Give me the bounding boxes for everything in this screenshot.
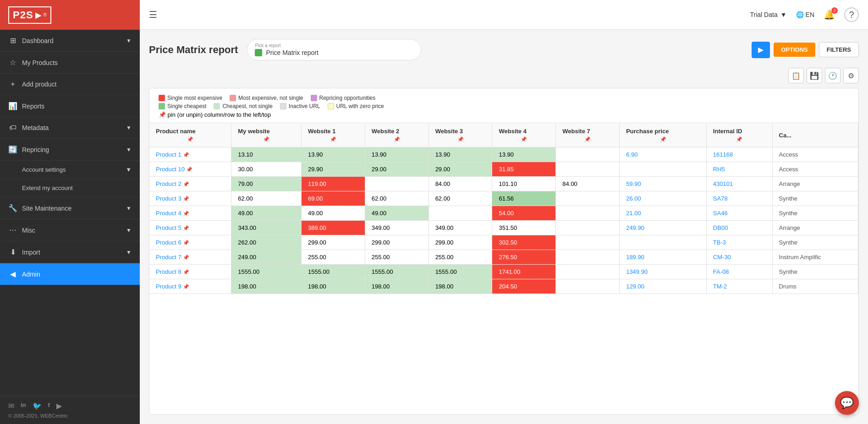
table-cell: 1555.00 (301, 265, 365, 279)
sidebar-item-account-settings[interactable]: Account settings ▼ (0, 161, 140, 179)
table-cell: 255.00 (429, 250, 492, 265)
sidebar-item-my-products[interactable]: ☆ My Products (0, 52, 140, 74)
reports-icon: 📊 (8, 102, 17, 110)
table-cell: 61.56 (492, 191, 556, 206)
sidebar-item-extend-account[interactable]: Extend my account (0, 179, 140, 197)
language-selector[interactable]: 🌐 EN (796, 11, 814, 18)
linkedin-icon[interactable]: in (21, 402, 26, 410)
table-cell: 430101 (706, 177, 772, 191)
table-cell: TM-2 (706, 279, 772, 294)
table-cell (620, 235, 707, 250)
pin-icon[interactable]: 📌 (181, 255, 189, 260)
product-name-cell: Product 2 📌 (149, 177, 231, 191)
play-button[interactable]: ▶ (752, 42, 770, 58)
table-row: Product 8 📌1555.001555.001555.001555.001… (149, 265, 858, 279)
pin-icon[interactable]: 📌 (562, 136, 613, 142)
color-swatch (214, 103, 220, 109)
pin-icon[interactable]: 📌 (626, 136, 700, 142)
table-cell (556, 250, 620, 265)
sidebar-item-reports[interactable]: 📊 Reports (0, 95, 140, 117)
pin-icon[interactable]: 📌 (185, 167, 192, 172)
chevron-down-icon: ▼ (126, 249, 132, 255)
pin-icon[interactable]: 📌 (156, 136, 225, 142)
chevron-down-icon: ▼ (126, 125, 132, 131)
pin-icon[interactable]: 📌 (181, 225, 189, 231)
my-products-icon: ☆ (8, 58, 17, 67)
pin-icon[interactable]: 📌 (181, 211, 189, 216)
chat-button[interactable]: 💬 (835, 391, 859, 415)
table-cell: SA46 (706, 206, 772, 221)
table-cell (429, 206, 492, 221)
pin-icon[interactable]: 📌 (499, 136, 549, 142)
notification-badge: 2 (831, 7, 838, 14)
sidebar-item-repricing[interactable]: 🔄 Repricing ▼ (0, 139, 140, 161)
table-cell: 161168 (706, 147, 772, 162)
table-cell: 249.90 (620, 221, 707, 235)
pin-icon[interactable]: 📌 (181, 181, 189, 187)
pin-icon[interactable]: 📌 (181, 196, 189, 201)
table-cell: 198.00 (231, 279, 302, 294)
settings-button[interactable]: ⚙ (843, 68, 859, 83)
pin-icon[interactable]: 📌 (308, 136, 358, 142)
sidebar-item-label: Account settings (22, 166, 66, 173)
twitter-icon[interactable]: 🐦 (33, 402, 42, 410)
youtube-icon[interactable]: ▶ (56, 402, 62, 410)
copyright-text: © 2005-2021, WEBCentric (8, 413, 132, 419)
trial-data-label: Trial Data (750, 11, 778, 18)
chevron-down-icon: ▼ (126, 227, 132, 234)
sidebar-item-misc[interactable]: ⋯ Misc ▼ (0, 219, 140, 241)
table-cell: Arrange (772, 221, 858, 235)
pin-icon[interactable]: 📌 (181, 269, 189, 275)
table-cell: 79.00 (231, 177, 302, 191)
facebook-icon[interactable]: f (48, 402, 50, 410)
table-cell: 1555.00 (365, 265, 429, 279)
table-cell: 255.00 (365, 250, 429, 265)
table-cell: 69.00 (301, 191, 365, 206)
pin-icon[interactable]: 📌 (435, 136, 486, 142)
options-button[interactable]: OPTIONS (774, 43, 815, 57)
table-cell: DB00 (706, 221, 772, 235)
table-row: Product 7 📌249.00255.00255.00255.00276.5… (149, 250, 858, 265)
table-cell: 59.90 (620, 177, 707, 191)
email-icon[interactable]: ✉ (8, 402, 14, 410)
picker-value: Price Matrix report (255, 49, 413, 56)
pin-icon[interactable]: 📌 (181, 152, 189, 158)
pin-icon[interactable]: 📌 (372, 136, 422, 142)
report-panel: Single most expensive Most expensive, no… (149, 88, 859, 415)
notification-button[interactable]: 🔔 2 (824, 9, 835, 20)
table-cell: 299.00 (365, 235, 429, 250)
filters-button[interactable]: FILTERS (819, 42, 859, 57)
sidebar-item-import[interactable]: ⬇ Import ▼ (0, 241, 140, 263)
table-cell: 6.90 (620, 147, 707, 162)
trial-data-selector[interactable]: Trial Data ▼ (750, 11, 787, 18)
data-table-container[interactable]: Product name 📌 My website 📌 Website 1 📌 (149, 123, 858, 414)
help-button[interactable]: ? (844, 7, 859, 22)
sidebar-item-dashboard[interactable]: ⊞ Dashboard ▼ (0, 30, 140, 52)
sidebar-item-metadata[interactable]: 🏷 Metadata ▼ (0, 117, 140, 139)
export-excel-button[interactable]: 📋 (788, 68, 804, 83)
pin-icon[interactable]: 📌 (713, 136, 766, 142)
table-cell: Access (772, 147, 858, 162)
legend-single-cheapest: Single cheapest (159, 103, 206, 109)
pin-icon[interactable]: 📌 (181, 240, 189, 245)
table-cell: Arrange (772, 177, 858, 191)
pin-icon[interactable]: 📌 (238, 136, 295, 142)
pin-icon[interactable]: 📌 (181, 284, 189, 289)
sidebar-item-admin[interactable]: ◀ Admin (0, 263, 140, 285)
table-cell: 299.00 (301, 235, 365, 250)
legend: Single most expensive Most expensive, no… (149, 88, 858, 123)
schedule-button[interactable]: 🕐 (825, 68, 841, 83)
table-cell (556, 162, 620, 177)
table-cell: 84.00 (429, 177, 492, 191)
color-swatch (311, 95, 317, 101)
sidebar-item-label: Site Maintenance (22, 205, 71, 212)
table-cell: 302.50 (492, 235, 556, 250)
report-picker[interactable]: Pick a report Price Matrix report (247, 39, 421, 60)
sidebar-item-add-product[interactable]: + Add product (0, 74, 140, 95)
sidebar-item-site-maintenance[interactable]: 🔧 Site Maintenance ▼ (0, 197, 140, 219)
table-cell: 351.50 (492, 221, 556, 235)
table-cell: 13.90 (365, 147, 429, 162)
save-button[interactable]: 💾 (807, 68, 822, 83)
hamburger-menu[interactable]: ☰ (149, 9, 157, 20)
dashboard-icon: ⊞ (8, 36, 17, 45)
